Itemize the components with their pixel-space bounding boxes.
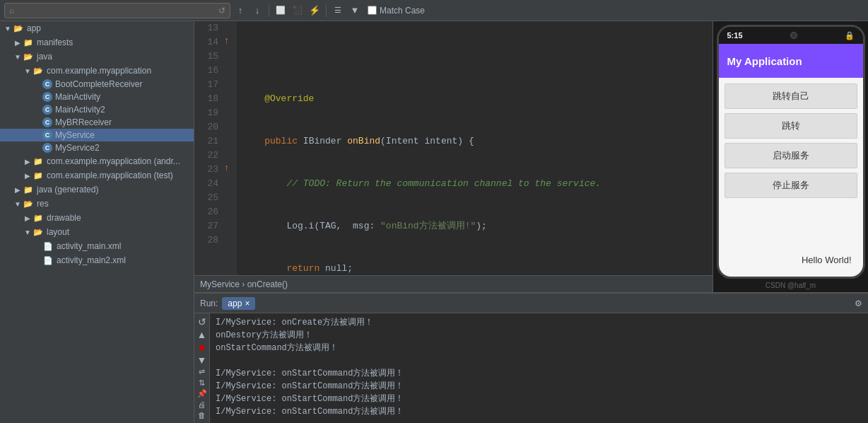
class-icon: C bbox=[42, 92, 52, 102]
app-tab-label: app bbox=[228, 299, 242, 308]
tree-item-label: MyService2 bbox=[55, 143, 100, 153]
xml-icon: 📄 bbox=[42, 255, 54, 266]
phone-camera bbox=[790, 32, 797, 39]
expand-icon[interactable]: ☰ bbox=[331, 4, 345, 18]
clear-log-icon[interactable]: 🗑 bbox=[195, 411, 209, 420]
breadcrumb-text: MyService › onCreate() bbox=[200, 279, 288, 289]
tree-item-MainActivity2[interactable]: CMainActivity2 bbox=[0, 103, 194, 116]
tree-expand-arrow[interactable]: ▼ bbox=[23, 67, 33, 75]
tree-item-MyService2[interactable]: CMyService2 bbox=[0, 141, 194, 154]
tree-item-drawable[interactable]: ▶📁drawable bbox=[0, 211, 194, 225]
tree-item-res[interactable]: ▼📂res bbox=[0, 197, 194, 211]
tree-item-BootCompleteReceiver[interactable]: CBootCompleteReceiver bbox=[0, 78, 194, 91]
tree-item-label: layout bbox=[47, 227, 69, 237]
phone-btn-start-service[interactable]: 启动服务 bbox=[725, 143, 857, 168]
funnel-icon[interactable]: ▼ bbox=[348, 4, 362, 18]
filter-log-icon[interactable]: ⇅ bbox=[195, 378, 209, 387]
phone-frame: 5:15 🔒 My Application 跳转自己 跳转 启动服务 停止服务 … bbox=[717, 25, 865, 279]
code-line bbox=[242, 50, 707, 64]
tree-item-MyService[interactable]: CMyService bbox=[0, 129, 194, 141]
wrap-icon[interactable]: ⇌ bbox=[195, 367, 209, 376]
tree-item-com.example.myapplication.test[interactable]: ▶📁com.example.myapplication (test) bbox=[0, 168, 194, 182]
class-icon: C bbox=[42, 130, 52, 140]
main-area: ▼📂app▶📁manifests▼📂java▼📂com.example.myap… bbox=[0, 21, 868, 423]
prev-result-icon[interactable]: ↑ bbox=[233, 4, 247, 18]
tree-item-label: BootCompleteReceiver bbox=[55, 79, 142, 89]
tree-item-java_generated[interactable]: ▶📁java (generated) bbox=[0, 182, 194, 197]
tree-item-label: com.example.myapplication (test) bbox=[47, 170, 173, 180]
run-label: Run: bbox=[200, 299, 218, 308]
tree-item-label: manifests bbox=[37, 37, 73, 47]
search-input[interactable] bbox=[17, 6, 201, 16]
pin-icon[interactable]: 📌 bbox=[195, 389, 209, 398]
phone-btn-stop-service[interactable]: 停止服务 bbox=[725, 173, 857, 198]
search-box[interactable]: ⌕ ↺ bbox=[4, 3, 230, 18]
phone-btn-jump-self[interactable]: 跳转自己 bbox=[725, 83, 857, 109]
match-case-checkbox[interactable] bbox=[368, 6, 377, 15]
log-line: I/MyService: onStartCommand方法被调用！ bbox=[216, 405, 862, 418]
tree-item-label: activity_main2.xml bbox=[57, 255, 126, 265]
settings-icon[interactable]: ⚙ bbox=[855, 299, 862, 308]
restart-icon[interactable]: ↺ bbox=[195, 316, 209, 328]
print-icon[interactable]: 🖨 bbox=[195, 400, 209, 409]
phone-simulator: 5:15 🔒 My Application 跳转自己 跳转 启动服务 停止服务 … bbox=[712, 21, 868, 292]
clear-search-icon[interactable]: ↺ bbox=[218, 6, 225, 16]
code-content[interactable]: @Override public IBinder onBind(Intent i… bbox=[237, 21, 712, 275]
match-case-toggle[interactable]: Match Case bbox=[368, 6, 425, 16]
tree-expand-arrow[interactable]: ▶ bbox=[23, 214, 33, 222]
tree-item-activity_main_xml[interactable]: 📄activity_main.xml bbox=[0, 239, 194, 253]
editor-content[interactable]: 13 14 15 16 17 18 19 20 21 22 23 24 25 2… bbox=[194, 21, 712, 275]
tree-expand-arrow[interactable]: ▼ bbox=[13, 200, 23, 208]
close-tab-icon[interactable]: × bbox=[245, 299, 250, 308]
tree-item-MyBRReceiver[interactable]: CMyBRReceiver bbox=[0, 116, 194, 129]
tree-item-layout[interactable]: ▼📂layout bbox=[0, 225, 194, 239]
phone-btn-jump[interactable]: 跳转 bbox=[725, 113, 857, 139]
scroll-down-icon[interactable]: ▼ bbox=[195, 354, 209, 366]
tree-item-com.example.myapplication.andr[interactable]: ▶📁com.example.myapplication (andr... bbox=[0, 154, 194, 168]
class-icon: C bbox=[42, 105, 52, 115]
tree-item-com.example.myapplication[interactable]: ▼📂com.example.myapplication bbox=[0, 64, 194, 78]
phone-lock-icon: 🔒 bbox=[845, 31, 855, 40]
log-line: I/MyService: onStartCommand方法被调用！ bbox=[216, 367, 862, 380]
log-line bbox=[216, 354, 862, 367]
line-numbers: 13 14 15 16 17 18 19 20 21 22 23 24 25 2… bbox=[194, 21, 223, 275]
filter-icon[interactable]: ⚡ bbox=[307, 4, 322, 18]
code-line: // TODO: Return the communication channe… bbox=[242, 177, 707, 191]
tree-item-label: MyBRReceiver bbox=[55, 117, 112, 127]
tree-expand-arrow[interactable]: ▶ bbox=[13, 186, 23, 194]
tree-expand-arrow[interactable]: ▶ bbox=[13, 39, 23, 47]
phone-hello-text: Hello World! bbox=[725, 249, 857, 271]
tree-item-java[interactable]: ▼📂java bbox=[0, 50, 194, 64]
phone-content: 跳转自己 跳转 启动服务 停止服务 Hello World! bbox=[719, 78, 863, 277]
bottom-panel: Run: app × ⚙ ↺ ▲ ■ ▼ ⇌ ⇅ 📌 🖨 bbox=[194, 292, 868, 423]
scroll-up-icon[interactable]: ▲ bbox=[195, 329, 209, 340]
tree-expand-arrow[interactable]: ▶ bbox=[23, 158, 33, 166]
app-tab[interactable]: app × bbox=[222, 297, 255, 310]
replace-icon[interactable]: ⬛ bbox=[291, 4, 305, 18]
stop-icon[interactable]: ■ bbox=[195, 342, 209, 353]
tree-item-MainActivity[interactable]: CMainActivity bbox=[0, 91, 194, 103]
separator bbox=[269, 4, 269, 17]
next-result-icon[interactable]: ↓ bbox=[250, 4, 264, 18]
tree-item-label: java (generated) bbox=[37, 185, 98, 195]
folder-icon: 📂 bbox=[23, 51, 34, 62]
top-toolbar: ⌕ ↺ ↑ ↓ ⬜ ⬛ ⚡ ☰ ▼ Match Case bbox=[0, 0, 868, 21]
left-side-icons: ↺ ▲ ■ ▼ ⇌ ⇅ 📌 🖨 🗑 bbox=[194, 313, 210, 423]
tree-item-label: activity_main.xml bbox=[57, 241, 121, 251]
tree-item-app[interactable]: ▼📂app bbox=[0, 21, 194, 35]
tree-expand-arrow[interactable]: ▶ bbox=[23, 172, 33, 180]
code-line: Log.i(TAG, msg: "onBind方法被调用!"); bbox=[242, 219, 707, 233]
search-icon: ⌕ bbox=[9, 6, 14, 16]
tree-expand-arrow[interactable]: ▼ bbox=[13, 53, 23, 61]
tree-item-label: com.example.myapplication (andr... bbox=[47, 156, 180, 166]
tree-expand-arrow[interactable]: ▼ bbox=[3, 25, 13, 33]
tree-item-manifests[interactable]: ▶📁manifests bbox=[0, 35, 194, 50]
phone-status-bar: 5:15 🔒 bbox=[719, 27, 863, 44]
tree-expand-arrow[interactable]: ▼ bbox=[23, 228, 33, 236]
log-line: I/MyService: onStartCommand方法被调用！ bbox=[216, 393, 862, 405]
find-icon[interactable]: ⬜ bbox=[274, 4, 288, 18]
class-icon: C bbox=[42, 143, 52, 153]
tree-item-activity_main2_xml[interactable]: 📄activity_main2.xml bbox=[0, 253, 194, 267]
folder-icon: 📁 bbox=[33, 212, 44, 224]
folder-icon: 📁 bbox=[23, 37, 34, 48]
